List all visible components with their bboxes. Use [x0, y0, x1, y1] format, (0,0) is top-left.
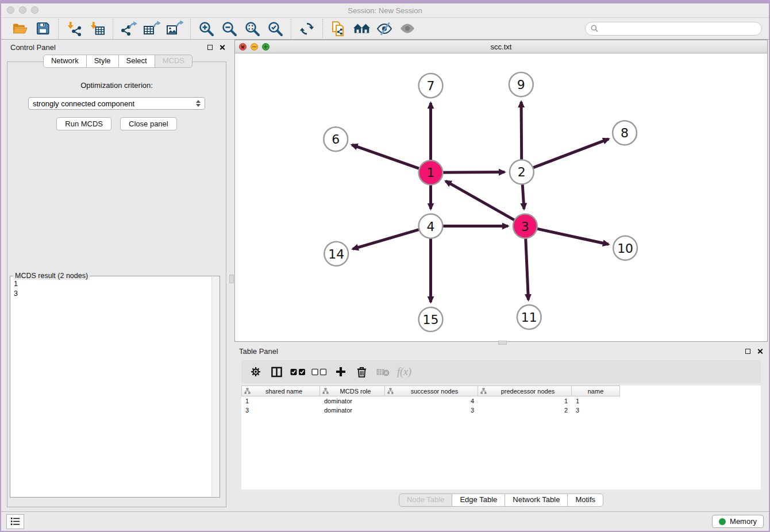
graph-node-3[interactable]: 3 — [513, 214, 537, 238]
float-panel-icon[interactable] — [745, 349, 750, 354]
run-mcds-button[interactable]: Run MCDS — [56, 117, 111, 130]
hide-selected-button[interactable] — [373, 19, 396, 38]
show-column-button[interactable] — [266, 362, 287, 381]
zoom-fit-icon — [244, 21, 260, 37]
search-input[interactable] — [602, 24, 756, 33]
mcds-result-line: 3 — [14, 289, 208, 299]
close-panel-button[interactable]: Close panel — [120, 117, 177, 130]
graph-edge-3-1[interactable] — [446, 181, 525, 226]
network-graph-svg: 1234678910111415 — [235, 53, 767, 341]
export-image-icon — [166, 21, 183, 36]
export-network-button[interactable] — [117, 19, 140, 38]
graph-edge-3-10[interactable] — [525, 226, 609, 245]
delete-column-button[interactable] — [351, 362, 372, 381]
import-network-button[interactable] — [63, 19, 86, 38]
tab-network[interactable]: Network — [43, 55, 87, 68]
status-bar: Memory — [1, 511, 769, 531]
mcds-tab-panel: Optimization criterion: strongly connect… — [7, 61, 226, 507]
tab-select[interactable]: Select — [118, 55, 155, 68]
refresh-icon — [299, 21, 314, 36]
frame-close-icon[interactable] — [239, 43, 247, 51]
memory-status-button[interactable]: Memory — [712, 515, 764, 528]
column-header-successor-nodes[interactable]: successor nodes — [385, 385, 478, 396]
save-session-button[interactable] — [31, 19, 54, 38]
column-header-shared-name[interactable]: shared name — [241, 385, 320, 396]
network-canvas[interactable]: 1234678910111415 — [235, 53, 767, 341]
unselect-all-columns-button[interactable] — [309, 362, 330, 381]
main-area: Control Panel Network Style Select MCDS … — [1, 40, 769, 511]
graph-node-8[interactable]: 8 — [613, 121, 637, 145]
zoom-window-icon[interactable] — [31, 6, 38, 14]
tab-motifs[interactable]: Motifs — [567, 494, 603, 507]
graph-node-11[interactable]: 11 — [517, 305, 541, 329]
panel-divider-handle[interactable] — [229, 275, 234, 283]
graph-node-label: 8 — [621, 126, 629, 140]
graph-node-label: 10 — [617, 241, 633, 256]
graph-node-label: 6 — [332, 132, 340, 147]
minimize-window-icon[interactable] — [19, 6, 26, 14]
tab-mcds[interactable]: MCDS — [155, 55, 192, 68]
column-header-predecessor-nodes[interactable]: predecessor nodes — [478, 385, 572, 396]
show-hidden-button[interactable] — [396, 19, 419, 38]
table-panel-title: Table Panel — [239, 347, 278, 356]
close-window-icon[interactable] — [7, 6, 14, 14]
column-type-icon — [322, 388, 329, 394]
list-icon — [10, 517, 20, 526]
task-history-button[interactable] — [6, 514, 24, 529]
tab-edge-table[interactable]: Edge Table — [452, 494, 505, 507]
delete-table-button[interactable] — [372, 362, 394, 381]
tab-network-table[interactable]: Network Table — [505, 494, 568, 507]
column-header-mcds-role[interactable]: MCDS role — [320, 385, 385, 396]
column-header-name[interactable]: name — [572, 385, 620, 396]
search-field[interactable] — [585, 22, 762, 36]
zoom-in-button[interactable] — [195, 19, 218, 38]
graph-node-label: 15 — [423, 313, 439, 327]
tab-style[interactable]: Style — [86, 55, 119, 68]
import-table-button[interactable] — [86, 19, 109, 38]
plus-icon — [336, 367, 346, 377]
close-panel-icon[interactable] — [219, 44, 225, 51]
graph-node-9[interactable]: 9 — [509, 72, 533, 97]
show-all-networks-button[interactable] — [350, 19, 373, 38]
select-all-columns-button[interactable] — [287, 362, 309, 381]
criterion-select[interactable]: strongly connected component — [28, 97, 205, 110]
gear-icon — [251, 367, 261, 377]
result-scrollbar[interactable] — [211, 277, 220, 496]
duplicate-network-button[interactable] — [327, 19, 350, 38]
graph-node-2[interactable]: 2 — [510, 160, 534, 184]
export-image-button[interactable] — [163, 19, 186, 38]
table-toolbar: f(x) — [241, 360, 761, 383]
table-row[interactable]: 3 dominator 3 2 3 — [241, 406, 761, 415]
table-settings-button[interactable] — [245, 362, 266, 381]
fx-icon: f(x) — [397, 366, 411, 378]
graph-node-7[interactable]: 7 — [419, 74, 443, 98]
frame-minimize-icon[interactable] — [251, 43, 258, 51]
graph-node-15[interactable]: 15 — [419, 307, 443, 331]
cell-predecessor-nodes: 2 — [478, 407, 572, 414]
export-table-button[interactable] — [140, 19, 163, 38]
zoom-fit-button[interactable] — [241, 19, 264, 38]
column-type-icon — [387, 388, 394, 394]
graph-node-4[interactable]: 4 — [419, 214, 443, 238]
close-panel-icon[interactable] — [757, 348, 763, 354]
open-session-button[interactable] — [8, 19, 31, 38]
graph-node-10[interactable]: 10 — [613, 236, 637, 260]
zoom-out-icon — [221, 21, 237, 37]
table-header-row: shared name MCDS role successor nodes — [241, 385, 761, 396]
zoom-selected-button[interactable] — [264, 19, 287, 38]
graph-node-1[interactable]: 1 — [419, 160, 443, 184]
zoom-out-button[interactable] — [218, 19, 241, 38]
function-builder-button[interactable]: f(x) — [394, 362, 415, 381]
apply-layout-button[interactable] — [295, 19, 318, 38]
network-frame-titlebar[interactable]: scc.txt — [235, 40, 767, 53]
table-row[interactable]: 1 dominator 4 1 1 — [241, 396, 761, 406]
title-bar: Session: New Session — [1, 3, 769, 18]
graph-edge-2-8[interactable] — [522, 139, 609, 172]
float-panel-icon[interactable] — [207, 45, 213, 50]
graph-node-14[interactable]: 14 — [324, 242, 348, 266]
create-column-button[interactable] — [330, 362, 351, 381]
tab-node-table[interactable]: Node Table — [399, 494, 453, 507]
eye-icon — [399, 22, 416, 34]
frame-maximize-icon[interactable] — [262, 43, 270, 51]
graph-node-6[interactable]: 6 — [324, 127, 348, 151]
